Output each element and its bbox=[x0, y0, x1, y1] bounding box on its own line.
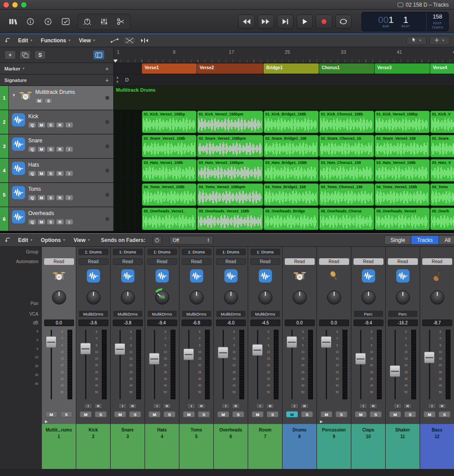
volume-db-value[interactable]: -8.7 bbox=[422, 320, 452, 326]
vca-button[interactable]: MultkDrms bbox=[182, 311, 211, 317]
region[interactable]: 03_Hats_Verse3_158b bbox=[375, 159, 430, 182]
track-header-hats[interactable]: 4HatsQMSRI bbox=[0, 159, 114, 182]
bar-ruler[interactable]: 191725334149 bbox=[114, 47, 454, 63]
volume-db-value[interactable]: -6.8 bbox=[182, 320, 212, 326]
track-header-toms[interactable]: 5TomsQMSRI bbox=[0, 183, 114, 207]
view-switch-single[interactable]: Single bbox=[384, 235, 411, 245]
mute-button[interactable]: M bbox=[286, 411, 298, 417]
volume-db-value[interactable]: 0.0 bbox=[44, 320, 74, 326]
solo-button[interactable]: S bbox=[60, 411, 72, 417]
mute-button[interactable]: M bbox=[114, 411, 126, 417]
fader[interactable]: 60510152025304050 bbox=[248, 327, 282, 402]
record-enable-button[interactable]: R bbox=[232, 403, 240, 409]
input-monitor-button[interactable]: I bbox=[428, 403, 436, 409]
region[interactable]: 05_Overheads_Verse3 bbox=[375, 208, 430, 230]
pan-knob[interactable] bbox=[359, 288, 378, 307]
fader-cap[interactable] bbox=[355, 353, 366, 365]
play-button[interactable] bbox=[296, 15, 313, 29]
track-button-q[interactable]: Q bbox=[28, 171, 36, 176]
solo-button[interactable]: S bbox=[267, 411, 279, 417]
region[interactable]: 03_Hats_Chorus1_158 bbox=[319, 159, 374, 182]
record-enable-button[interactable]: R bbox=[197, 403, 205, 409]
secondary-tool-button[interactable]: ▼ bbox=[429, 36, 450, 45]
input-monitor-button[interactable]: I bbox=[394, 403, 402, 409]
volume-db-value[interactable]: -4.5 bbox=[250, 320, 280, 326]
region[interactable]: 02_Snare_Chorus1_15 bbox=[319, 135, 374, 157]
channel-name-cell[interactable]: Snare3 bbox=[111, 424, 145, 443]
pan-knob[interactable] bbox=[325, 288, 343, 307]
lcd-display[interactable]: 001 BAR 1 BEAT 158 KEEP TEMPO bbox=[361, 12, 449, 31]
solo-button[interactable]: S bbox=[439, 411, 450, 417]
volume-db-value[interactable]: -9.4 bbox=[147, 320, 177, 326]
playhead[interactable] bbox=[114, 60, 118, 63]
vca-button[interactable]: MultkDrms bbox=[251, 311, 280, 317]
add-signature-button[interactable]: + bbox=[105, 77, 109, 84]
mixer-menu-edit[interactable]: Edit▼ bbox=[18, 237, 33, 243]
rewind-button[interactable] bbox=[238, 15, 255, 29]
marker-verse2[interactable]: Verse2 bbox=[197, 63, 263, 74]
track-button-m[interactable]: M bbox=[35, 98, 43, 104]
marker-chorus1[interactable]: Chorus1 bbox=[319, 63, 374, 74]
track-button-i[interactable]: I bbox=[65, 146, 73, 152]
region[interactable]: 01_Kick_Chorus1_158b bbox=[319, 111, 374, 133]
region[interactable]: 02_Snare_Verse3_158 bbox=[375, 135, 430, 157]
checklist-icon[interactable] bbox=[58, 15, 73, 28]
channel-name-cell[interactable]: Overheads6 bbox=[214, 424, 248, 443]
sends-power-button[interactable] bbox=[153, 236, 162, 245]
channel-name-cell[interactable]: Kick2 bbox=[76, 424, 110, 443]
mixer-back-navigation-icon[interactable] bbox=[4, 237, 11, 243]
mute-button[interactable]: M bbox=[252, 411, 264, 417]
pan-knob[interactable] bbox=[84, 288, 103, 307]
automation-read-button[interactable]: Read bbox=[285, 258, 315, 265]
track-button-r[interactable]: R bbox=[56, 171, 64, 176]
marker-bridge1[interactable]: Bridge1 bbox=[264, 63, 319, 74]
region[interactable]: 04_Toms bbox=[430, 183, 454, 206]
add-marker-button[interactable]: + bbox=[105, 65, 109, 72]
pan-knob[interactable] bbox=[428, 288, 447, 307]
smart-controls-icon[interactable] bbox=[80, 15, 95, 28]
track-button-s[interactable]: S bbox=[45, 98, 52, 104]
global-solo-button[interactable]: S bbox=[34, 50, 46, 60]
solo-button[interactable]: S bbox=[370, 411, 382, 417]
fader-cap[interactable] bbox=[218, 347, 228, 359]
region[interactable]: 05_Overheads_Verse1_ bbox=[142, 208, 197, 230]
group-button[interactable]: 1: Drums bbox=[78, 249, 108, 255]
record-enable-button[interactable]: R bbox=[369, 403, 377, 409]
volume-db-value[interactable]: 0.0 bbox=[319, 320, 349, 326]
mute-button[interactable]: M bbox=[149, 411, 160, 417]
record-enable-button[interactable]: R bbox=[301, 403, 309, 409]
arrange-menu-view[interactable]: View▼ bbox=[79, 37, 96, 44]
track-button-i[interactable]: I bbox=[65, 195, 73, 201]
region[interactable]: 04_Toms_Verse2_158bpm bbox=[197, 183, 263, 206]
cycle-button[interactable] bbox=[335, 15, 352, 29]
region[interactable]: 03_Hats_Bridge1_158B bbox=[264, 159, 319, 182]
fader-cap[interactable] bbox=[46, 336, 56, 348]
channel-name-cell[interactable]: Percussion9 bbox=[317, 424, 351, 443]
solo-button[interactable]: S bbox=[232, 411, 244, 417]
channel-name-cell[interactable]: Claps10 bbox=[351, 424, 385, 443]
record-enable-button[interactable]: R bbox=[163, 403, 171, 409]
automation-read-button[interactable]: Read bbox=[44, 258, 74, 265]
solo-button[interactable]: S bbox=[198, 411, 210, 417]
solo-button[interactable]: S bbox=[95, 411, 107, 417]
fader[interactable]: 60510152025304050 bbox=[283, 327, 316, 402]
region[interactable]: 01_Kick_Verse3_158bp bbox=[375, 111, 430, 133]
pointer-tool-button[interactable]: ▼ bbox=[406, 36, 427, 45]
track-button-m[interactable]: M bbox=[37, 195, 45, 201]
inspector-icon[interactable] bbox=[23, 15, 38, 28]
channel-name-cell[interactable]: Toms5 bbox=[179, 424, 213, 443]
region[interactable]: 04_Toms_Chorus1_158 bbox=[319, 183, 374, 206]
fader-cap[interactable] bbox=[183, 348, 194, 360]
track-button-i[interactable]: I bbox=[65, 171, 73, 176]
go-to-end-button[interactable] bbox=[277, 15, 294, 29]
pan-knob[interactable] bbox=[119, 288, 137, 307]
region[interactable]: 01_Kick_Verse2_158bpm bbox=[197, 111, 263, 133]
vca-button[interactable]: MultkDrms bbox=[79, 311, 108, 317]
track-lane-multitrack-drums[interactable]: Multitrack Drums bbox=[114, 86, 454, 110]
forward-button[interactable] bbox=[257, 15, 274, 29]
fader-cap[interactable] bbox=[287, 336, 297, 348]
input-monitor-button[interactable]: I bbox=[187, 403, 195, 409]
track-button-m[interactable]: M bbox=[37, 146, 45, 152]
automation-read-button[interactable]: Read bbox=[422, 258, 452, 265]
stack-disclosure-icon[interactable]: ▶ bbox=[320, 420, 323, 424]
